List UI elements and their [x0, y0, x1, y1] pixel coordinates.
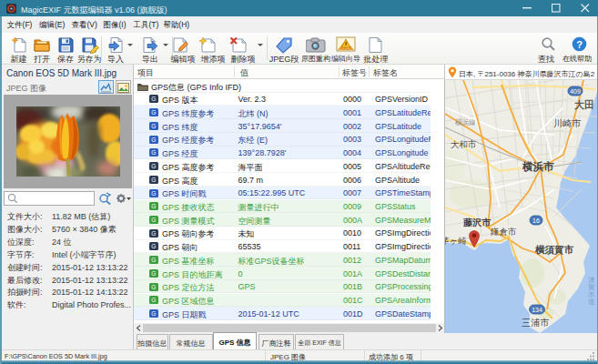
svg-text:134: 134: [532, 307, 542, 313]
svg-text:横浜市: 横浜市: [522, 160, 554, 173]
svg-text:G: G: [151, 136, 156, 143]
svg-text:横須賀市: 横須賀市: [534, 244, 574, 256]
svg-text:G: G: [151, 310, 156, 317]
svg-text:藤沢市: 藤沢市: [462, 217, 492, 228]
svg-text:G: G: [151, 123, 156, 129]
svg-text:浦賀水道: 浦賀水道: [587, 276, 595, 306]
svg-text:G: G: [151, 284, 156, 290]
svg-text:G: G: [151, 163, 156, 169]
svg-text:G: G: [151, 257, 156, 263]
svg-text:G: G: [151, 244, 156, 250]
svg-text:G: G: [151, 270, 156, 277]
svg-text:409: 409: [570, 88, 581, 95]
svg-text:大和市: 大和市: [451, 139, 477, 149]
svg-text:G: G: [151, 217, 156, 223]
svg-text:G: G: [151, 230, 156, 237]
svg-text:G: G: [151, 298, 156, 304]
svg-text:G: G: [151, 109, 156, 116]
svg-text:G: G: [151, 177, 156, 183]
svg-text:G: G: [151, 190, 156, 197]
svg-text:鎌倉市: 鎌倉市: [490, 227, 517, 237]
svg-text:川崎市: 川崎市: [553, 118, 582, 128]
svg-text:大田: 大田: [574, 99, 594, 110]
svg-text:G: G: [151, 96, 156, 103]
svg-text:三浦市: 三浦市: [522, 318, 550, 328]
svg-text:G: G: [151, 150, 156, 157]
svg-text:?: ?: [576, 39, 583, 50]
svg-text:茅ヶ崎: 茅ヶ崎: [445, 236, 467, 246]
svg-text:G: G: [151, 204, 156, 210]
svg-text:横浜線: 横浜線: [455, 118, 476, 126]
svg-text:16: 16: [532, 217, 540, 224]
